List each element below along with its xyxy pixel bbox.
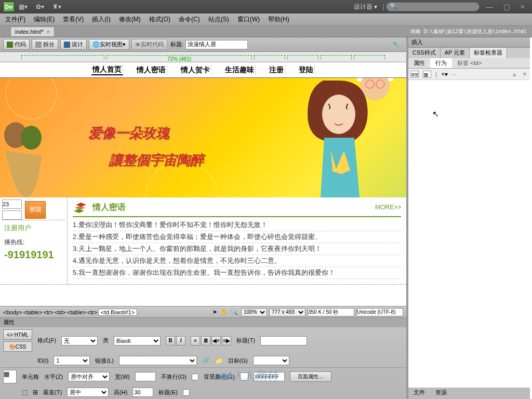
nav-card[interactable]: 情人贺卡 [180, 65, 211, 75]
toolbar-extra-icon[interactable]: 🔧 [392, 41, 400, 48]
workspace-selector[interactable]: 设计器 ▾ [351, 3, 380, 11]
italic-button[interactable]: I [176, 336, 185, 345]
page-props-button[interactable]: 页面属性... [290, 371, 331, 382]
menu-help[interactable]: 帮助(H) [268, 15, 289, 24]
format-select[interactable]: 无 [61, 336, 98, 345]
list-ol-icon[interactable]: ≡ [191, 336, 200, 345]
tab-tag-inspector[interactable]: 标签检查器 [470, 48, 507, 58]
nowrap-checkbox[interactable] [192, 374, 198, 380]
login-field-1[interactable] [2, 200, 22, 209]
properties-tab[interactable]: 属性 [0, 318, 406, 327]
halign-select[interactable]: 居中对齐 [68, 372, 110, 381]
live-code-button[interactable]: 👁 实时代码 [131, 39, 167, 50]
section-title: 情人密语 MORE>> [73, 201, 401, 217]
tag-path-item[interactable]: <td> [55, 309, 66, 315]
title-attr-input[interactable] [260, 336, 307, 345]
behavior-list-icon[interactable]: ≡≡ [410, 71, 419, 78]
nav-home[interactable]: 情人首页 [91, 65, 123, 75]
nav-login[interactable]: 登陆 [298, 65, 315, 75]
split-cells-icon[interactable]: ⊞ [33, 389, 38, 396]
valign-select[interactable]: 居中 [67, 388, 109, 397]
menu-site[interactable]: 站点(S) [208, 15, 229, 24]
design-view-button[interactable]: 设计 [60, 39, 87, 50]
search-input[interactable]: 🔍 [386, 2, 480, 11]
width-label: 宽(W) [115, 373, 130, 381]
height-input[interactable] [132, 388, 153, 397]
tab-files[interactable]: 文件 [408, 388, 430, 399]
behavior-detail-icon[interactable]: ≣ [423, 71, 431, 78]
menu-command[interactable]: 命令(C) [179, 15, 200, 24]
code-view-button[interactable]: 代码 [3, 39, 30, 50]
register-link[interactable]: 注册用户 [2, 220, 65, 236]
split-view-button[interactable]: 拆分 [32, 39, 58, 50]
hand-icon[interactable]: ✋ [220, 309, 228, 315]
zoom-select[interactable]: 100% [241, 308, 267, 316]
layout-icon[interactable]: ▦▾ [19, 3, 28, 10]
window-controls[interactable]: — ▢ × [486, 3, 529, 11]
tag-path-item[interactable]: <tr> [87, 309, 98, 315]
move-down-icon[interactable]: ▼ [522, 71, 528, 78]
link-folder-icon[interactable]: 📁 [215, 357, 223, 364]
header-checkbox[interactable] [183, 389, 190, 396]
menu-edit[interactable]: 编辑(E) [34, 15, 55, 24]
login-button[interactable]: 登陆 [25, 201, 46, 219]
tab-css-styles[interactable]: CSS样式 [408, 48, 441, 58]
link-chain-icon[interactable]: 🔗 [202, 357, 210, 364]
merge-cells-icon[interactable]: ⬚ [22, 389, 28, 396]
close-icon[interactable]: × [46, 29, 49, 35]
tag-path-item[interactable]: <td.Biaoti#1> [98, 309, 137, 316]
link-select[interactable] [119, 356, 197, 365]
cell-icon[interactable]: ▦ [3, 370, 17, 383]
menu-format[interactable]: 格式(O) [149, 15, 170, 24]
girl-illustration [292, 78, 385, 197]
design-canvas[interactable]: 情人首页 情人密语 情人贺卡 生活趣味 注册 登陆 [0, 62, 406, 306]
width-input[interactable] [135, 372, 156, 381]
list-ul-icon[interactable]: ≣ [201, 336, 210, 345]
menu-window[interactable]: 窗口(W) [237, 15, 260, 24]
id-select[interactable]: 1 [54, 356, 90, 365]
nav-whisper[interactable]: 情人密语 [136, 65, 167, 75]
menu-insert[interactable]: 插入(I) [92, 15, 110, 24]
tools-icon[interactable]: ♜▾ [52, 3, 61, 10]
tag-path-item[interactable]: <tr> [43, 309, 54, 315]
gear-icon[interactable]: ✿▾ [36, 3, 44, 10]
document-tab[interactable]: index.html* × [10, 26, 55, 37]
tab-assets[interactable]: 资源 [430, 388, 452, 399]
list-item: 5.我一直想谢谢你，谢谢你出现在我的生命里。我一直想告诉你，告诉你我真的很爱你！ [73, 267, 401, 279]
pointer-icon[interactable]: ➤ [212, 309, 217, 315]
more-link[interactable]: MORE>> [375, 204, 401, 211]
class-select[interactable]: Biaoti [114, 336, 161, 345]
watermark: 人人素材 [218, 368, 278, 383]
nav-life[interactable]: 生活趣味 [224, 65, 256, 75]
target-select[interactable] [253, 356, 289, 365]
behaviors-panel-body[interactable]: ↖ [408, 80, 530, 388]
menu-file[interactable]: 文件(F) [5, 15, 25, 24]
menu-view[interactable]: 查看(V) [63, 15, 84, 24]
indent-icon[interactable]: ≡▶ [222, 336, 231, 345]
tab-behaviors[interactable]: 行为 [430, 58, 452, 68]
tag-selector: <body> <table> <tr> <td> <table> <tr> <t… [0, 306, 406, 317]
add-behavior-button[interactable]: +▾ [441, 71, 448, 78]
dimensions-select[interactable]: 777 x 493 [269, 308, 305, 316]
target-label: 目标(G) [228, 357, 248, 365]
html-mode-button[interactable]: <> HTML [3, 329, 32, 340]
insert-panel-header[interactable]: 插入 [408, 37, 530, 48]
menu-modify[interactable]: 修改(M) [119, 15, 141, 24]
size-readout [308, 308, 354, 316]
tag-path-item[interactable]: <body> [3, 309, 22, 315]
nav-register[interactable]: 注册 [268, 65, 285, 75]
zoom-icon[interactable]: 🔍 [231, 309, 238, 315]
tab-attributes[interactable]: 属性 [408, 58, 430, 68]
page-title-input[interactable] [185, 40, 248, 49]
css-mode-button[interactable]: 🎨 CSS [3, 341, 32, 352]
tag-path-item[interactable]: <table> [23, 309, 43, 315]
outdent-icon[interactable]: ◀≡ [211, 336, 221, 345]
tag-path-item[interactable]: <table> [67, 309, 86, 315]
login-field-2[interactable] [2, 210, 22, 220]
tab-ap-elements[interactable]: AP 元素 [441, 48, 470, 58]
remove-behavior-button[interactable]: – [452, 71, 456, 78]
move-up-icon[interactable]: ▲ [511, 71, 517, 78]
live-view-button[interactable]: 🌐 实时视图 ▾ [89, 39, 129, 50]
bold-button[interactable]: B [166, 336, 175, 345]
list-item: 1.爱你没理由！恨你没商量！爱你时不知不觉！恨你时无怨无敌！ [73, 219, 401, 231]
